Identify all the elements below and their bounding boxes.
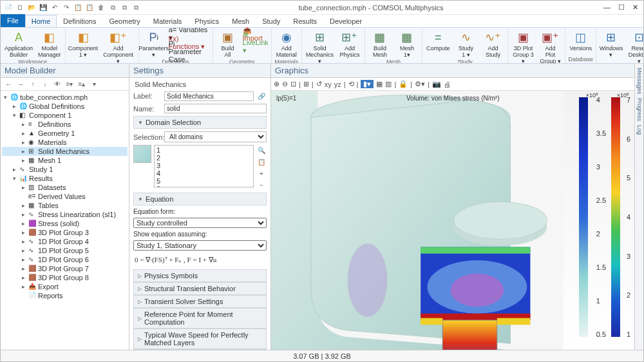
tab-file[interactable]: File xyxy=(1,14,25,27)
domain-selection-section[interactable]: ▼Domain Selection xyxy=(133,116,267,129)
sidetab-progress[interactable]: Progress xyxy=(636,98,643,121)
add-plot-group-button[interactable]: ▣⁺Add PlotGroup ▾ xyxy=(538,29,562,64)
remove-sel-icon[interactable]: − xyxy=(256,180,267,190)
reset-desktop-button[interactable]: ⊡ResetDesktop ▾ xyxy=(626,29,643,64)
domain-item[interactable]: 5 xyxy=(156,177,251,185)
select-icon[interactable]: ▮▾ xyxy=(361,80,374,88)
sidetab-log[interactable]: Log xyxy=(636,125,643,135)
section-typical-wave-speed-for-perfectly-matched-layers[interactable]: ▷Typical Wave Speed for Perfectly Matche… xyxy=(133,329,267,349)
nav-back-icon[interactable]: ← xyxy=(3,79,14,90)
rotate-icon[interactable]: ⟲ xyxy=(348,80,354,88)
tree-node[interactable]: ▸🌐Global Definitions xyxy=(2,102,128,111)
qat-btn-1[interactable]: 🗋 xyxy=(15,3,25,13)
tab-study[interactable]: Study xyxy=(256,15,287,27)
qat-btn-0[interactable]: 📄 xyxy=(3,3,14,13)
tree-node[interactable]: ▸∿Study 1 xyxy=(2,165,128,174)
scene-light-icon[interactable]: ▦ xyxy=(376,80,383,88)
zoom-extents-icon[interactable]: ⊡ xyxy=(290,80,296,88)
tree-node[interactable]: ▾◧Component 1 xyxy=(2,111,128,120)
tree-node[interactable]: ▸🟪Stress (solid) xyxy=(2,219,128,228)
param-case-button[interactable]: Pi Parameter Case xyxy=(169,47,210,56)
tree-node[interactable]: ▸▥Datasets xyxy=(2,183,128,192)
tree-node[interactable]: ▸🟫3D Plot Group 3 xyxy=(2,228,128,237)
domain-item[interactable]: 3 xyxy=(156,162,251,169)
zoom-in-icon[interactable]: ⊕ xyxy=(274,80,279,88)
domain-item[interactable]: 4 xyxy=(156,169,251,177)
name-input[interactable] xyxy=(164,104,267,113)
collapse-icon[interactable]: ≡▾ xyxy=(64,79,75,90)
tree-node[interactable]: ▸▦Tables xyxy=(2,201,128,210)
qat-btn-6[interactable]: 📋 xyxy=(73,3,83,13)
build-mesh-button[interactable]: ▦BuildMesh xyxy=(368,29,392,58)
qat-btn-10[interactable]: ⧉ xyxy=(119,3,129,13)
model-manager-button[interactable]: ◧ModelManager xyxy=(37,29,62,58)
tree-node[interactable]: ▾🌐tube_connection.mph xyxy=(2,93,128,102)
qat-btn-9[interactable]: ⧉ xyxy=(108,3,118,13)
qat-btn-7[interactable]: 📋 xyxy=(84,3,95,13)
section-physics-symbols[interactable]: ▷Physics Symbols xyxy=(133,269,267,282)
print-icon[interactable]: ⚙▾ xyxy=(415,80,425,88)
tree-node[interactable]: ▸▦Mesh 1 xyxy=(2,156,128,165)
model-tree[interactable]: ▾🌐tube_connection.mph▸🌐Global Definition… xyxy=(1,91,129,350)
tree-node[interactable]: ▸∿1D Plot Group 4 xyxy=(2,237,128,246)
anim-icon[interactable]: 🖨 xyxy=(444,81,451,88)
tab-developer[interactable]: Developer xyxy=(323,15,368,27)
domain-list[interactable]: 123456 xyxy=(154,145,254,187)
label-link-icon[interactable]: 🔗 xyxy=(256,91,267,101)
sidetab-messages[interactable]: Messages xyxy=(636,68,643,94)
tree-node[interactable]: ▸🟫3D Plot Group 8 xyxy=(2,273,128,282)
tree-node[interactable]: ▸📤Export xyxy=(2,282,128,291)
close-icon[interactable]: ✕ xyxy=(632,3,638,12)
nav-fwd-icon[interactable]: → xyxy=(15,79,26,90)
eqform-select[interactable]: Study controlled xyxy=(133,218,267,228)
component-button[interactable]: ◧Component1 ▾ xyxy=(68,29,99,58)
solid-mechanics-button[interactable]: ⊞SolidMechanics ▾ xyxy=(305,29,335,64)
tab-home[interactable]: Home xyxy=(25,15,57,27)
label-input[interactable] xyxy=(164,91,254,101)
domain-item[interactable]: 2 xyxy=(156,154,251,162)
qat-btn-3[interactable]: 💾 xyxy=(38,3,48,13)
view-xy-icon[interactable]: ⊞ xyxy=(303,80,309,88)
qat-btn-11[interactable]: ⧉ xyxy=(131,3,141,13)
add-physics-button[interactable]: ⊞⁺AddPhysics xyxy=(337,29,362,58)
tab-mesh[interactable]: Mesh xyxy=(225,15,256,27)
windows-button[interactable]: ⊞Windows▾ xyxy=(599,29,623,58)
paste-sel-icon[interactable]: 📋 xyxy=(256,157,267,167)
section-transient-solver-settings[interactable]: ▷Transient Solver Settings xyxy=(133,295,267,308)
tree-node[interactable]: ▾📊Results xyxy=(2,174,128,183)
qat-btn-2[interactable]: 📂 xyxy=(26,3,37,13)
tree-node[interactable]: ▸🟫3D Plot Group 7 xyxy=(2,264,128,273)
nav-down-icon[interactable]: ↓ xyxy=(40,79,50,90)
add-material-button[interactable]: ◉AddMaterial xyxy=(274,29,299,58)
show-icon[interactable]: 👁 xyxy=(52,79,62,90)
mesh1-button[interactable]: ▦Mesh1▾ xyxy=(395,29,419,58)
add-study-button[interactable]: ∿⁺AddStudy xyxy=(480,29,505,58)
versions-button[interactable]: ◫Versions xyxy=(568,29,593,52)
study1-button[interactable]: ∿Study1 ▾ xyxy=(453,29,478,58)
add-component-button[interactable]: ◧⁺AddComponent ▾ xyxy=(101,29,136,64)
selection-select[interactable]: All domains xyxy=(164,131,267,142)
plot-group-3-button[interactable]: ▣3D PlotGroup 3 ▾ xyxy=(511,29,535,64)
add-sel-icon[interactable]: + xyxy=(256,168,267,178)
equation-section[interactable]: ▼Equation xyxy=(133,193,267,205)
zoom-out-icon[interactable]: ⊖ xyxy=(282,80,288,88)
tab-physics[interactable]: Physics xyxy=(188,15,225,27)
parameters-button[interactable]: PiParameters▾ xyxy=(142,29,166,58)
tree-node[interactable]: ▸∿Stress Linearization (sl1) xyxy=(2,210,128,219)
lock-icon[interactable]: 🔒 xyxy=(399,80,408,88)
qat-btn-5[interactable]: ↷ xyxy=(61,3,71,13)
nav-up-icon[interactable]: ↑ xyxy=(28,79,38,90)
tree-node[interactable]: ▸∿1D Plot Group 6 xyxy=(2,255,128,264)
zoom-sel-icon[interactable]: 🔍 xyxy=(256,145,267,155)
qat-btn-4[interactable]: ↶ xyxy=(50,3,60,13)
tree-node[interactable]: ▸◉Materials xyxy=(2,138,128,147)
view-xy2-icon[interactable]: xy xyxy=(325,81,332,88)
go-default-icon[interactable]: ↺ xyxy=(316,80,322,88)
tab-definitions[interactable]: Definitions xyxy=(57,15,102,27)
tree-node[interactable]: ▸▲Geometry 1 xyxy=(2,129,128,138)
app-builder-button[interactable]: AApplicationBuilder xyxy=(3,29,34,58)
minimize-icon[interactable]: — xyxy=(603,3,611,12)
section-structural-transient-behavior[interactable]: ▷Structural Transient Behavior xyxy=(133,282,267,295)
tree-node[interactable]: ▸⊞Solid Mechanics xyxy=(2,147,128,156)
tree-node[interactable]: ▸∿1D Plot Group 5 xyxy=(2,246,128,255)
